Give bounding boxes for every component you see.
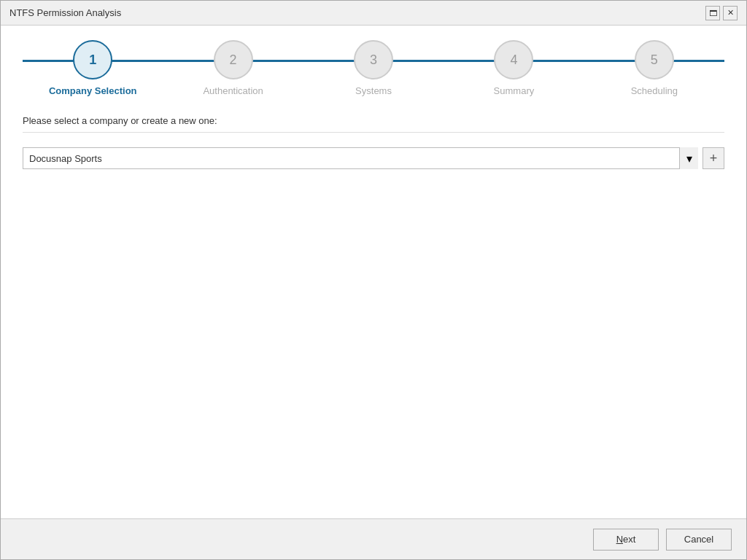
divider [23, 132, 724, 133]
company-row: Docusnap Sports ▾ + [23, 147, 724, 169]
step-circle-5: 5 [635, 40, 674, 79]
next-button-label: ext [623, 534, 635, 545]
stepper-track: 1 Company Selection 2 Authentication 3 [23, 40, 724, 96]
step-circle-3: 3 [354, 40, 393, 79]
step-item-4: 4 Summary [444, 40, 584, 96]
window-controls: 🗖 ✕ [705, 6, 738, 20]
company-dropdown[interactable]: Docusnap Sports [23, 147, 698, 169]
step-label-1: Company Selection [49, 85, 137, 96]
step-item-5: 5 Scheduling [584, 40, 724, 96]
step-label-3: Systems [355, 85, 392, 96]
window-title: NTFS Permission Analysis [9, 7, 121, 18]
bottom-bar: Next Cancel [1, 518, 746, 559]
company-select-wrapper: Docusnap Sports ▾ [23, 147, 698, 169]
title-bar: NTFS Permission Analysis 🗖 ✕ [1, 1, 746, 26]
instruction-text: Please select a company or create a new … [23, 115, 724, 126]
cancel-button[interactable]: Cancel [666, 529, 732, 551]
step-item-3: 3 Systems [303, 40, 444, 96]
maximize-button[interactable]: 🗖 [705, 6, 720, 20]
step-item-1: 1 Company Selection [23, 40, 163, 96]
step-label-2: Authentication [203, 85, 263, 96]
next-button[interactable]: Next [593, 529, 659, 551]
plus-icon: + [710, 151, 718, 166]
stepper: 1 Company Selection 2 Authentication 3 [1, 26, 746, 104]
step-label-4: Summary [494, 85, 535, 96]
content-area: 1 Company Selection 2 Authentication 3 [1, 26, 746, 518]
step-item-2: 2 Authentication [163, 40, 303, 96]
step-label-5: Scheduling [631, 85, 678, 96]
step-circle-1: 1 [73, 40, 112, 79]
step-circle-2: 2 [214, 40, 253, 79]
add-company-button[interactable]: + [703, 147, 724, 169]
close-button[interactable]: ✕ [723, 6, 738, 20]
step-circle-4: 4 [494, 40, 533, 79]
wizard-body: Please select a company or create a new … [1, 104, 746, 518]
main-window: NTFS Permission Analysis 🗖 ✕ 1 Company S… [0, 0, 747, 560]
